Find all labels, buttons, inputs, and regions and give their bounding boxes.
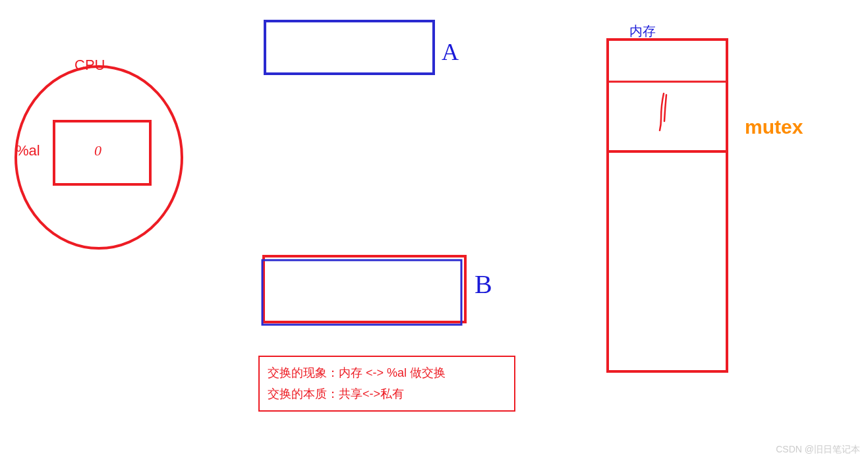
svg-rect-2 [265,21,434,74]
thread-a-label: A [442,38,459,66]
thread-b-box [261,254,468,326]
svg-rect-4 [262,260,461,325]
mutex-value-mark [654,92,672,133]
note-line-1: 交换的现象：内存 <-> %al 做交换 [268,362,506,383]
memory-box [606,38,728,374]
register-box [53,120,152,186]
watermark: CSDN @旧日笔记本 [776,444,860,456]
exchange-note-box: 交换的现象：内存 <-> %al 做交换 交换的本质：共享<->私有 [258,356,515,412]
note-line-2: 交换的本质：共享<->私有 [268,383,506,404]
thread-b-label: B [475,269,492,300]
register-al-label: %al [16,142,40,159]
register-value: 0 [94,142,101,159]
mutex-label: mutex [745,116,803,138]
svg-rect-5 [608,40,727,371]
memory-label: 内存 [629,22,656,40]
svg-rect-1 [54,121,150,184]
svg-rect-3 [264,256,465,322]
thread-a-box [264,20,435,76]
